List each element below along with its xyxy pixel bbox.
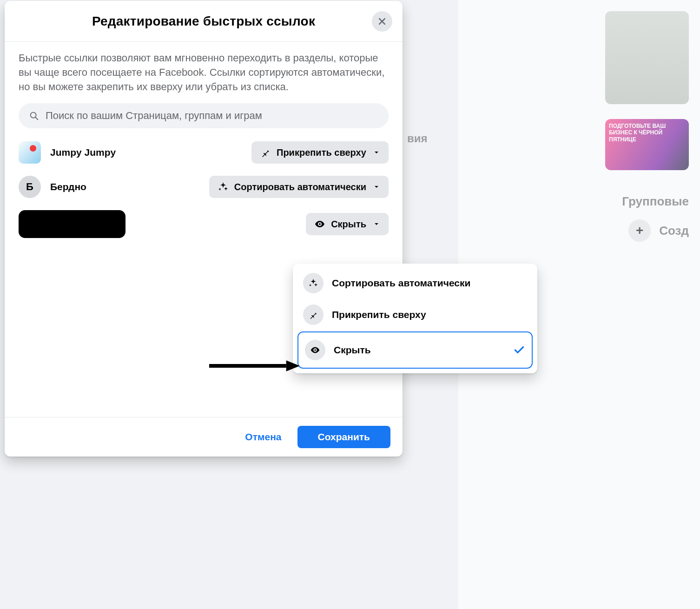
shortcut-row: Jumpy Jumpy Прикрепить сверху bbox=[19, 141, 389, 164]
bg-create-label: Созд bbox=[659, 224, 689, 238]
modal-title: Редактирование быстрых ссылок bbox=[92, 14, 315, 29]
dropdown-option-auto[interactable]: Сортировать автоматически bbox=[297, 268, 533, 298]
bg-group-label: Групповые bbox=[622, 194, 689, 209]
sparkle-icon bbox=[218, 181, 229, 192]
shortcut-setting-button[interactable]: Прикрепить сверху bbox=[251, 141, 389, 164]
eye-icon bbox=[314, 218, 325, 230]
shortcut-avatar: Б bbox=[19, 176, 41, 198]
setting-dropdown: Сортировать автоматически Прикрепить све… bbox=[293, 264, 537, 373]
pin-icon bbox=[260, 147, 271, 158]
dropdown-option-label: Сортировать автоматически bbox=[332, 278, 527, 289]
chevron-down-icon bbox=[373, 220, 380, 228]
search-input[interactable] bbox=[46, 110, 378, 122]
cancel-button[interactable]: Отмена bbox=[236, 426, 291, 448]
shortcut-setting-label: Сортировать автоматически bbox=[234, 182, 366, 192]
shortcut-name: Jumpy Jumpy bbox=[50, 147, 242, 158]
shortcut-setting-button[interactable]: Скрыть bbox=[306, 213, 389, 235]
modal-header: Редактирование быстрых ссылок bbox=[5, 1, 403, 42]
redacted-item bbox=[19, 210, 125, 238]
shortcut-avatar bbox=[19, 141, 41, 164]
shortcut-row: Б Бердно Сортировать автоматически bbox=[19, 176, 389, 198]
shortcut-setting-button[interactable]: Сортировать автоматически bbox=[209, 176, 389, 198]
dropdown-option-pin[interactable]: Прикрепить сверху bbox=[297, 300, 533, 330]
modal-description: Быстрые ссылки позволяют вам мгновенно п… bbox=[19, 51, 389, 94]
dropdown-option-label: Прикрепить сверху bbox=[332, 309, 527, 320]
modal-footer: Отмена Сохранить bbox=[5, 417, 403, 457]
svg-line-4 bbox=[36, 118, 38, 120]
search-icon bbox=[29, 111, 39, 121]
edit-shortcuts-modal: Редактирование быстрых ссылок Быстрые сс… bbox=[5, 1, 403, 457]
search-field[interactable] bbox=[19, 103, 389, 128]
chevron-down-icon bbox=[373, 183, 380, 191]
bg-create-row[interactable]: + Созд bbox=[628, 219, 689, 242]
close-button[interactable] bbox=[372, 11, 392, 32]
bg-text: вия bbox=[407, 132, 428, 145]
check-icon bbox=[513, 344, 525, 356]
plus-icon: + bbox=[628, 219, 651, 242]
svg-marker-6 bbox=[286, 360, 300, 371]
close-icon bbox=[377, 17, 387, 26]
shortcut-setting-label: Прикрепить сверху bbox=[277, 147, 366, 158]
chevron-down-icon bbox=[373, 149, 380, 156]
svg-point-3 bbox=[31, 113, 36, 118]
save-button[interactable]: Сохранить bbox=[297, 426, 390, 448]
annotation-arrow bbox=[209, 360, 300, 371]
bg-promo-tile: ПОДГОТОВЬТЕ ВАШ БИЗНЕС К ЧЁРНОЙ ПЯТНИЦЕ bbox=[605, 119, 689, 170]
dropdown-option-label: Скрыть bbox=[334, 344, 505, 356]
dropdown-option-hide[interactable]: Скрыть bbox=[297, 331, 533, 369]
shortcut-name: Бердно bbox=[50, 181, 200, 192]
bg-tile-image bbox=[605, 11, 689, 104]
sparkle-icon bbox=[303, 273, 324, 293]
pin-icon bbox=[303, 304, 324, 325]
shortcut-setting-label: Скрыть bbox=[331, 219, 366, 230]
shortcut-row: Скрыть bbox=[19, 210, 389, 238]
eye-icon bbox=[305, 340, 325, 360]
